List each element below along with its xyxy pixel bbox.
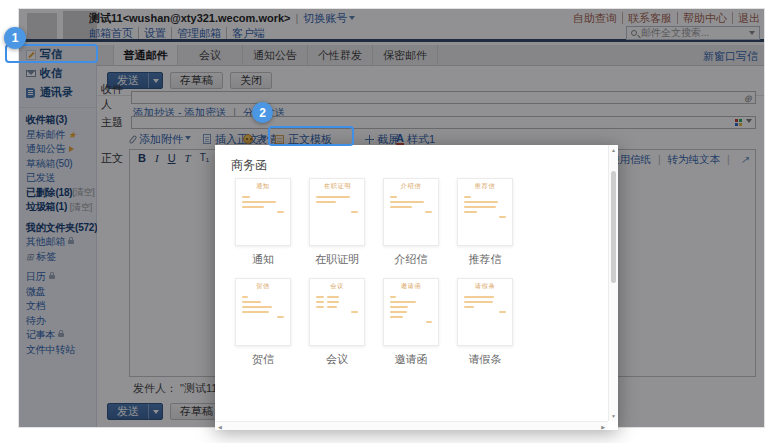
preview-line — [242, 306, 272, 308]
preview-line — [242, 301, 261, 303]
modal-horizontal-scrollbar[interactable] — [215, 421, 608, 430]
template-card-grid: 通知通知在职证明在职证明介绍信介绍信推荐信推荐信贺信贺信会议会议邀请函邀请函请假… — [235, 178, 513, 378]
modal-title: 商务函 — [231, 157, 267, 174]
template-preview: 通知 — [235, 178, 291, 246]
template-picker-modal: 商务函 通知通知在职证明在职证明介绍信介绍信推荐信推荐信贺信贺信会议会议邀请函邀… — [215, 145, 618, 430]
preview-line — [464, 201, 498, 203]
step-badge-2: 2 — [252, 102, 273, 123]
preview-line — [351, 211, 358, 213]
preview-line-pair — [316, 306, 358, 308]
page: 测试11<wushan@xty321.wecom.work>|切换账号 邮箱首页… — [0, 0, 772, 443]
template-card-introduction[interactable]: 介绍信介绍信 — [383, 178, 439, 278]
preview-line — [464, 206, 496, 208]
template-preview-title: 推荐信 — [472, 184, 498, 189]
highlight-body-template-button — [268, 126, 354, 146]
preview-line — [242, 201, 276, 203]
preview-line — [426, 321, 432, 323]
template-preview: 推荐信 — [457, 178, 513, 246]
preview-line — [390, 196, 397, 198]
preview-line — [464, 296, 494, 298]
preview-line — [327, 306, 338, 308]
template-preview-title: 通知 — [250, 184, 276, 189]
preview-line — [390, 201, 424, 203]
preview-line — [277, 316, 284, 318]
template-preview: 邀请函 — [383, 278, 439, 346]
preview-line — [464, 301, 493, 303]
preview-line — [316, 201, 336, 203]
scrollbar-thumb[interactable] — [611, 171, 616, 283]
template-card-label: 推荐信 — [457, 252, 513, 267]
preview-line — [242, 296, 248, 298]
template-preview: 介绍信 — [383, 178, 439, 246]
template-card-label: 请假条 — [457, 352, 513, 367]
template-preview-title: 介绍信 — [398, 184, 424, 189]
template-preview-title: 会议 — [324, 284, 350, 289]
preview-line — [499, 311, 506, 313]
preview-line — [351, 311, 358, 313]
template-card-label: 邀请函 — [383, 352, 439, 367]
template-card-notice[interactable]: 通知通知 — [235, 178, 291, 278]
preview-line — [327, 301, 340, 303]
step-badge-1: 1 — [4, 27, 26, 49]
preview-line — [390, 301, 416, 303]
template-card-congratulation[interactable]: 贺信贺信 — [235, 278, 291, 378]
preview-line — [499, 216, 506, 218]
template-preview-title: 邀请函 — [398, 284, 424, 289]
template-card-leave-note[interactable]: 请假条请假条 — [457, 278, 513, 378]
template-preview: 在职证明 — [309, 178, 365, 246]
template-preview: 会议 — [309, 278, 365, 346]
preview-line — [464, 211, 477, 213]
preview-line — [464, 196, 471, 198]
preview-line — [464, 306, 474, 308]
preview-line — [316, 306, 324, 308]
template-card-employment-proof[interactable]: 在职证明在职证明 — [309, 178, 365, 278]
preview-line — [390, 311, 407, 313]
template-preview: 请假条 — [457, 278, 513, 346]
preview-line-pair — [316, 301, 358, 303]
preview-line — [425, 211, 432, 213]
template-preview-title: 在职证明 — [324, 184, 350, 189]
template-card-meeting[interactable]: 会议会议 — [309, 278, 365, 378]
template-card-invitation[interactable]: 邀请函邀请函 — [383, 278, 439, 378]
modal-vertical-scrollbar[interactable] — [608, 145, 618, 421]
preview-line — [316, 196, 350, 198]
preview-line — [390, 206, 412, 208]
preview-line — [242, 311, 269, 313]
template-card-label: 贺信 — [235, 352, 291, 367]
template-preview-title: 请假条 — [472, 284, 498, 289]
preview-line — [316, 301, 324, 303]
template-card-recommendation[interactable]: 推荐信推荐信 — [457, 178, 513, 278]
preview-line — [242, 196, 250, 198]
preview-line — [327, 296, 340, 298]
template-card-label: 通知 — [235, 252, 291, 267]
preview-line — [390, 296, 396, 298]
preview-line — [390, 306, 408, 308]
preview-line — [316, 296, 324, 298]
template-card-label: 介绍信 — [383, 252, 439, 267]
template-card-label: 会议 — [309, 352, 365, 367]
template-preview: 贺信 — [235, 278, 291, 346]
preview-line — [390, 316, 403, 318]
preview-line — [277, 211, 284, 213]
template-preview-title: 贺信 — [250, 284, 276, 289]
preview-line — [242, 206, 264, 208]
preview-line-pair — [316, 296, 358, 298]
template-card-label: 在职证明 — [309, 252, 365, 267]
